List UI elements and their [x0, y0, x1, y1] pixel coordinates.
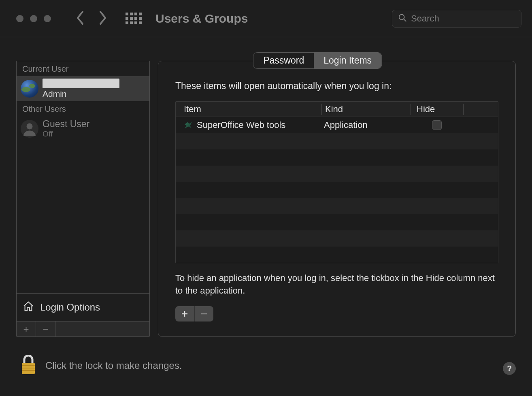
show-all-prefs-button[interactable]: [126, 13, 142, 24]
tab-password[interactable]: Password: [253, 53, 314, 68]
person-avatar-icon: [21, 120, 38, 138]
remove-login-item-button[interactable]: [195, 306, 214, 321]
nav-arrows: [75, 10, 108, 27]
svg-point-0: [399, 14, 404, 19]
search-input[interactable]: [411, 13, 522, 24]
guest-user-name: Guest User: [43, 119, 89, 130]
hide-checkbox[interactable]: [432, 120, 442, 130]
current-user-name-redacted: [43, 79, 119, 88]
search-field[interactable]: [392, 10, 521, 28]
login-items-panel: These items will open automatically when…: [158, 61, 516, 337]
current-user-role: Admin: [43, 89, 119, 99]
other-users-section-label: Other Users: [17, 101, 149, 116]
globe-avatar-icon: [21, 80, 38, 98]
sidebar-footer: + −: [17, 321, 149, 336]
users-sidebar: Current User Admin Other Users Guest Use…: [16, 61, 150, 337]
close-window-button[interactable]: [16, 15, 23, 22]
tab-login-items[interactable]: Login Items: [314, 53, 381, 68]
row-item-name: SuperOffice Web tools: [197, 120, 285, 130]
svg-line-1: [404, 19, 406, 21]
back-button[interactable]: [75, 10, 85, 27]
app-icon: [184, 121, 193, 129]
lock-footer: Click the lock to make changes.: [19, 355, 182, 377]
panel-description: These items will open automatically when…: [175, 81, 498, 92]
search-icon: [398, 13, 407, 24]
table-row[interactable]: SuperOffice Web tools Application: [176, 117, 498, 133]
login-options-button[interactable]: Login Options: [17, 293, 149, 321]
login-items-table: Item Kind Hide SuperOffice Web tools App…: [175, 101, 498, 263]
table-body: SuperOffice Web tools Application: [176, 117, 498, 263]
window-toolbar: Users & Groups: [0, 0, 532, 37]
window-title: Users & Groups: [155, 12, 392, 26]
column-header-item[interactable]: Item: [176, 104, 321, 115]
add-remove-login-item: [175, 306, 213, 321]
column-header-hide[interactable]: Hide: [411, 104, 463, 115]
hint-text: To hide an application when you log in, …: [175, 272, 498, 297]
remove-user-button[interactable]: −: [36, 321, 55, 336]
forward-button[interactable]: [98, 10, 108, 27]
guest-user-status: Off: [43, 130, 89, 138]
sidebar-footer-spacer: [55, 321, 149, 336]
window-controls: [16, 15, 51, 22]
minimize-window-button[interactable]: [30, 15, 37, 22]
house-icon: [22, 300, 34, 315]
tab-bar: Password Login Items: [253, 52, 382, 69]
lock-hint-text: Click the lock to make changes.: [45, 360, 182, 371]
current-user-section-label: Current User: [17, 61, 149, 76]
add-user-button[interactable]: +: [17, 321, 36, 336]
svg-point-2: [27, 123, 33, 129]
lock-icon[interactable]: [19, 355, 37, 377]
table-header: Item Kind Hide: [176, 102, 498, 117]
row-item-kind: Application: [321, 120, 411, 130]
add-login-item-button[interactable]: [175, 306, 195, 321]
guest-user-row[interactable]: Guest User Off: [17, 116, 149, 141]
column-header-kind[interactable]: Kind: [321, 104, 411, 115]
zoom-window-button[interactable]: [44, 15, 51, 22]
help-button[interactable]: ?: [503, 362, 516, 375]
column-header-spacer: [463, 104, 498, 115]
current-user-row[interactable]: Admin: [17, 76, 149, 101]
login-options-label: Login Options: [40, 302, 100, 313]
